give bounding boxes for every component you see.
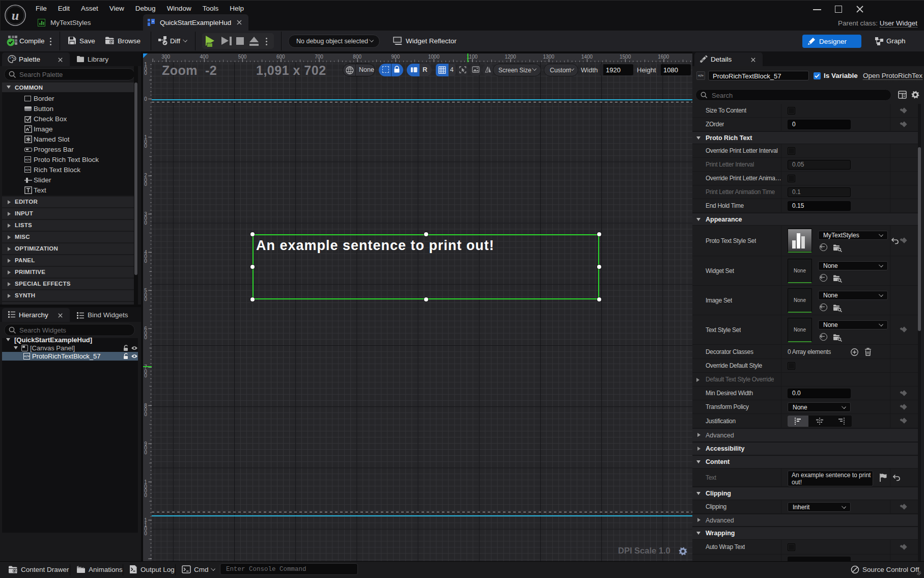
svg-text:u: u [12, 8, 19, 23]
